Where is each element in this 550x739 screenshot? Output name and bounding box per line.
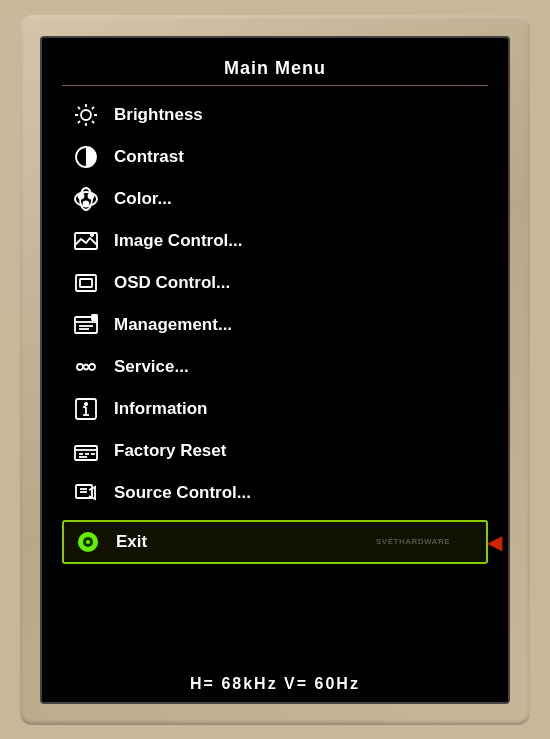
management-icon bbox=[70, 311, 102, 339]
frequency-bar: H= 68kHz V= 60Hz bbox=[42, 666, 508, 702]
contrast-label: Contrast bbox=[114, 147, 480, 167]
information-icon bbox=[70, 395, 102, 423]
menu-item-image-control[interactable]: Image Control... bbox=[62, 220, 488, 262]
svg-point-25 bbox=[77, 364, 83, 370]
factory-reset-icon bbox=[70, 437, 102, 465]
brightness-icon bbox=[70, 101, 102, 129]
osd-control-icon bbox=[70, 269, 102, 297]
svg-point-26 bbox=[89, 364, 95, 370]
menu-title: Main Menu bbox=[62, 48, 488, 85]
svg-point-43 bbox=[86, 540, 90, 544]
svg-rect-19 bbox=[80, 279, 92, 287]
menu-item-information[interactable]: Information bbox=[62, 388, 488, 430]
menu-item-factory-reset[interactable]: Factory Reset bbox=[62, 430, 488, 472]
monitor-frame: Main Menu bbox=[20, 15, 530, 725]
contrast-icon bbox=[70, 143, 102, 171]
factory-reset-label: Factory Reset bbox=[114, 441, 480, 461]
svg-line-5 bbox=[78, 106, 80, 108]
osd-control-label: OSD Control... bbox=[114, 273, 480, 293]
source-control-icon bbox=[70, 479, 102, 507]
color-icon bbox=[70, 185, 102, 213]
service-icon bbox=[70, 353, 102, 381]
menu-item-service[interactable]: Service... bbox=[62, 346, 488, 388]
menu-item-color[interactable]: Color... bbox=[62, 178, 488, 220]
information-label: Information bbox=[114, 399, 480, 419]
svg-rect-18 bbox=[76, 275, 96, 291]
exit-arrow-icon: ◀ bbox=[487, 532, 502, 552]
menu-items: Brightness Contrast bbox=[62, 94, 488, 656]
service-label: Service... bbox=[114, 357, 480, 377]
brightness-label: Brightness bbox=[114, 105, 480, 125]
source-control-label: Source Control... bbox=[114, 483, 480, 503]
svg-point-0 bbox=[81, 110, 91, 120]
svg-line-8 bbox=[78, 121, 80, 123]
menu-item-osd-control[interactable]: OSD Control... bbox=[62, 262, 488, 304]
svg-point-13 bbox=[89, 193, 94, 198]
svg-point-12 bbox=[79, 193, 84, 198]
menu-item-exit[interactable]: Exit SVĚTHARDWARE ◀ bbox=[62, 520, 488, 564]
menu-area: Main Menu bbox=[42, 38, 508, 666]
image-control-icon bbox=[70, 227, 102, 255]
svg-line-6 bbox=[92, 121, 94, 123]
svg-line-7 bbox=[92, 106, 94, 108]
menu-item-contrast[interactable]: Contrast bbox=[62, 136, 488, 178]
exit-icon bbox=[72, 528, 104, 556]
management-label: Management... bbox=[114, 315, 480, 335]
screen: Main Menu bbox=[40, 36, 510, 704]
color-label: Color... bbox=[114, 189, 480, 209]
frequency-text: H= 68kHz V= 60Hz bbox=[190, 675, 360, 693]
menu-item-management[interactable]: Management... bbox=[62, 304, 488, 346]
menu-item-brightness[interactable]: Brightness bbox=[62, 94, 488, 136]
watermark: SVĚTHARDWARE bbox=[376, 537, 450, 546]
svg-point-14 bbox=[84, 201, 89, 206]
image-control-label: Image Control... bbox=[114, 231, 480, 251]
svg-rect-24 bbox=[92, 315, 97, 320]
svg-point-29 bbox=[85, 402, 87, 404]
title-divider bbox=[62, 85, 488, 86]
menu-item-source-control[interactable]: Source Control... bbox=[62, 472, 488, 514]
